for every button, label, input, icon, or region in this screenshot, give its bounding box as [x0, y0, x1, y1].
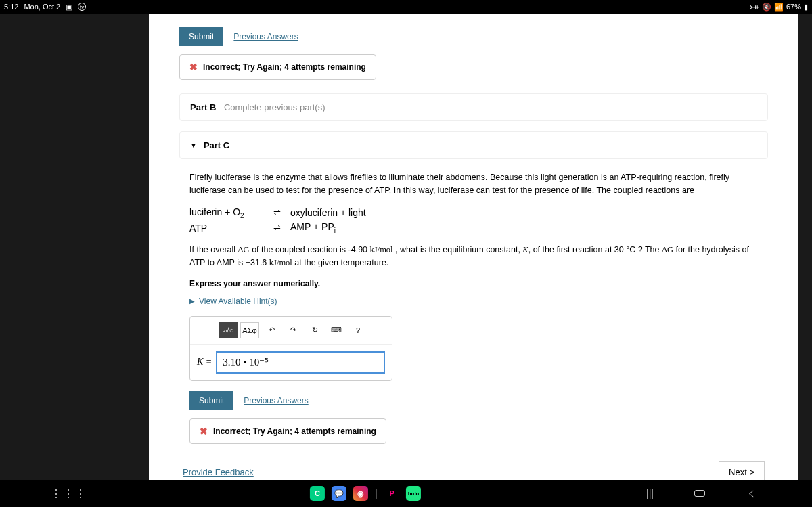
battery-percent: 67%	[786, 3, 801, 11]
mute-icon: 🔇	[762, 3, 771, 12]
app-chat-icon[interactable]: 💬	[332, 486, 346, 501]
equilibrium-icon: ⇌	[273, 207, 281, 217]
reset-button[interactable]: ↻	[305, 322, 324, 338]
part-b-section: Part B Complete previous part(s)	[179, 93, 768, 121]
part-c-submit-row: Submit Previous Answers	[189, 391, 758, 410]
app-chegg-icon[interactable]: C	[310, 486, 325, 501]
feedback-box-a: ✖ Incorrect; Try Again; 4 attempts remai…	[179, 54, 376, 80]
equation-block: luciferin + O2 ⇌ oxyluciferin + light AT…	[179, 206, 768, 235]
previous-answers-c[interactable]: Previous Answers	[244, 396, 308, 405]
part-c-header[interactable]: ▼ Part C	[179, 131, 768, 159]
part-b-label: Part B	[190, 102, 216, 112]
recents-icon[interactable]: |||	[646, 488, 654, 499]
tv-icon: tv	[78, 3, 86, 11]
previous-answers-a[interactable]: Previous Answers	[233, 32, 298, 41]
status-bar: 5:12 Mon, Oct 2 ▣ tv ᚛ᚑ 🔇 📶 67% ▮	[0, 0, 812, 14]
problem-question: If the overall ΔG of the coupled reactio…	[179, 244, 768, 269]
home-icon[interactable]	[694, 490, 705, 497]
feedback-text-a: Incorrect; Try Again; 4 attempts remaini…	[203, 62, 366, 72]
answer-label: K =	[197, 357, 212, 368]
bluetooth-icon: ᚛ᚑ	[750, 3, 759, 12]
provide-feedback-link[interactable]: Provide Feedback	[183, 467, 254, 477]
part-c-label: Part C	[204, 140, 229, 150]
app-instagram-icon[interactable]: ◉	[353, 486, 368, 501]
caret-down-icon: ▼	[190, 141, 197, 149]
nav-bar: ⋮⋮⋮ C 💬 ◉ | P hulu ||| ﹤	[0, 480, 812, 507]
feedback-text-c: Incorrect; Try Again; 4 attempts remaini…	[213, 426, 376, 436]
part-a-submit-row: Submit Previous Answers	[179, 27, 768, 46]
redo-button[interactable]: ↷	[284, 322, 302, 338]
answer-toolbar: ▫√○ ΑΣφ ↶ ↷ ↻ ⌨ ?	[190, 317, 392, 345]
view-hints[interactable]: ▶ View Available Hint(s)	[179, 296, 768, 306]
undo-button[interactable]: ↶	[262, 322, 281, 338]
templates-button[interactable]: ▫√○	[219, 322, 238, 338]
express-instruction: Express your answer numerically.	[179, 279, 768, 288]
back-icon[interactable]: ﹤	[746, 485, 758, 502]
bottom-row: Provide Feedback Next >	[183, 461, 765, 480]
help-button[interactable]: ?	[348, 322, 367, 338]
feedback-box-c: ✖ Incorrect; Try Again; 4 attempts remai…	[189, 418, 386, 444]
content-area: Submit Previous Answers ✖ Incorrect; Try…	[149, 14, 798, 480]
problem-intro: Firefly luciferase is the enzyme that al…	[179, 171, 768, 197]
incorrect-icon: ✖	[200, 426, 208, 437]
caret-right-icon: ▶	[189, 297, 195, 305]
status-right: ᚛ᚑ 🔇 📶 67% ▮	[750, 3, 808, 12]
incorrect-icon: ✖	[189, 62, 198, 72]
nav-apps: C 💬 ◉ | P hulu	[310, 486, 421, 501]
app-p-icon[interactable]: P	[384, 486, 399, 501]
submit-button-a[interactable]: Submit	[179, 27, 223, 46]
next-button[interactable]: Next >	[719, 461, 765, 480]
symbols-button[interactable]: ΑΣφ	[240, 322, 259, 338]
answer-box: ▫√○ ΑΣφ ↶ ↷ ↻ ⌨ ? K =	[189, 316, 392, 381]
app-hulu-icon[interactable]: hulu	[406, 486, 421, 501]
battery-icon: ▮	[804, 3, 808, 12]
part-b-text: Complete previous part(s)	[224, 102, 325, 112]
wifi-icon: 📶	[774, 3, 784, 12]
keyboard-button[interactable]: ⌨	[327, 322, 346, 338]
status-left: 5:12 Mon, Oct 2 ▣ tv	[4, 3, 86, 12]
image-icon: ▣	[66, 3, 72, 12]
apps-menu-icon[interactable]: ⋮⋮⋮	[51, 487, 87, 500]
status-date: Mon, Oct 2	[24, 3, 60, 11]
status-time: 5:12	[4, 3, 18, 11]
nav-controls: ||| ﹤	[646, 485, 758, 502]
submit-button-c[interactable]: Submit	[189, 391, 233, 410]
equilibrium-icon: ⇌	[273, 223, 281, 233]
answer-input[interactable]	[216, 351, 385, 374]
